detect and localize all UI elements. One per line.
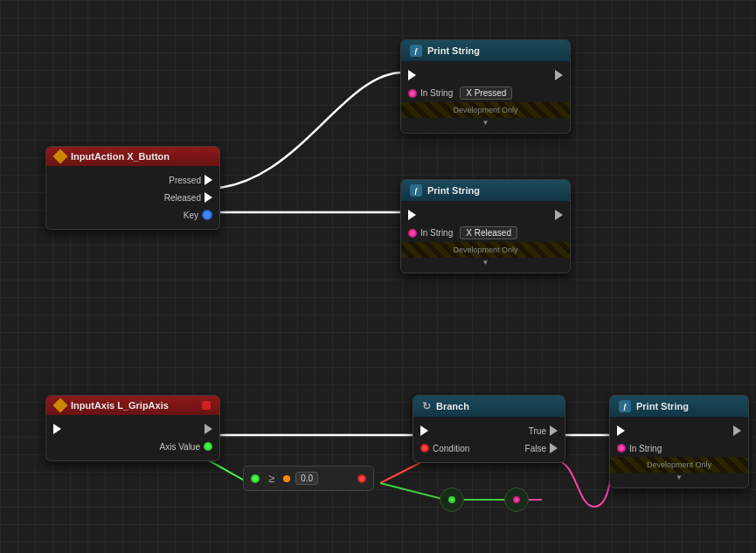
pressed-row: Pressed (46, 171, 219, 189)
ps3-devonly: Development Only (610, 457, 748, 473)
blend-green-pin[interactable] (448, 496, 455, 503)
print-string-3-node: f Print String In String Development Onl… (609, 395, 749, 488)
ps3-exec-in-pin[interactable] (617, 425, 625, 436)
released-row: Released (46, 189, 219, 206)
print-string-2-title: Print String (427, 185, 480, 196)
compare-row: ≥ 0.0 (251, 472, 366, 485)
axis-value-label: Axis Value (159, 442, 200, 452)
key-label: Key (184, 211, 198, 220)
print-string-1-node: f Print String In String X Pressed Devel… (400, 39, 571, 134)
ps2-chevron[interactable]: ▼ (401, 258, 570, 267)
released-pin[interactable] (205, 192, 212, 203)
print-string-3-body: In String Development Only ▼ (610, 417, 748, 487)
red-square-icon (202, 401, 211, 410)
ps3-exec-row (610, 422, 748, 439)
compare-node: ≥ 0.0 (243, 466, 374, 491)
key-pin[interactable] (202, 210, 212, 220)
branch-title: Branch (436, 401, 469, 411)
refresh-icon: ↻ (422, 400, 431, 412)
input-action-node: InputAction X_Button Pressed Released Ke… (45, 146, 220, 230)
axis-exec-row (46, 420, 219, 438)
compare-in1-pin[interactable] (251, 474, 260, 483)
input-axis-body: Axis Value (46, 415, 219, 460)
ps2-instring-row: In String X Released (401, 224, 570, 242)
branch-exec-row: True (413, 422, 565, 439)
ps1-instring-row: In String X Pressed (401, 84, 570, 102)
func-icon-1: f (410, 45, 422, 57)
input-action-header: InputAction X_Button (46, 147, 219, 166)
func-icon-2: f (410, 184, 422, 197)
print-string-1-body: In String X Pressed Development Only ▼ (401, 61, 570, 133)
print-string-2-node: f Print String In String X Released Deve… (400, 179, 571, 273)
branch-node: ↻ Branch True Condition False (413, 395, 565, 463)
branch-body: True Condition False (413, 417, 565, 462)
blend-pink-pin[interactable] (513, 496, 520, 503)
input-action-body: Pressed Released Key (46, 166, 219, 229)
compare-out-pin[interactable] (357, 474, 366, 483)
ps3-chevron[interactable]: ▼ (610, 473, 748, 482)
print-string-1-title: Print String (427, 45, 480, 56)
print-string-3-title: Print String (636, 401, 689, 411)
func-icon-3: f (619, 400, 631, 412)
ps1-instring-label: In String (420, 88, 453, 98)
input-axis-header: InputAxis L_GripAxis (46, 396, 219, 415)
blend-circle-node-2[interactable] (504, 487, 529, 512)
axis-exec-out-pin[interactable] (205, 424, 212, 434)
branch-true-label: True (529, 426, 546, 436)
print-string-2-header: f Print String (401, 180, 570, 201)
ps3-exec-out-pin[interactable] (733, 425, 741, 436)
branch-false-pin[interactable] (550, 443, 558, 453)
key-row: Key (46, 206, 219, 224)
branch-condition-pin[interactable] (420, 444, 429, 453)
print-string-1-header: f Print String (401, 40, 570, 61)
branch-header: ↻ Branch (413, 396, 565, 417)
input-action-title: InputAction X_Button (71, 151, 170, 162)
input-axis-title: InputAxis L_GripAxis (71, 400, 169, 411)
ps2-devonly: Development Only (401, 242, 570, 258)
ps1-exec-row (401, 66, 570, 84)
pressed-pin[interactable] (205, 175, 212, 185)
ps1-devonly: Development Only (401, 102, 570, 118)
branch-condition-label: Condition (433, 444, 469, 453)
ps3-instring-label: In String (629, 444, 662, 453)
ps1-exec-out-pin[interactable] (555, 70, 563, 80)
input-axis-node: InputAxis L_GripAxis Axis Value (45, 395, 220, 461)
print-string-3-header: f Print String (610, 396, 748, 417)
ps1-chevron[interactable]: ▼ (401, 118, 570, 128)
ps2-exec-in-pin[interactable] (408, 210, 416, 220)
diamond-icon-2 (53, 398, 68, 413)
branch-condition-row: Condition False (413, 439, 565, 457)
ps2-badge: X Released (460, 226, 517, 239)
ps1-exec-in-pin[interactable] (408, 70, 416, 80)
blend-circle-node[interactable] (440, 487, 464, 512)
compare-value: 0.0 (295, 472, 318, 485)
diamond-icon (53, 149, 68, 164)
print-string-2-body: In String X Released Development Only ▼ (401, 201, 570, 273)
released-label: Released (164, 193, 201, 203)
compare-in2-pin[interactable] (283, 475, 290, 482)
axis-exec-in-pin[interactable] (53, 424, 61, 434)
ps3-instring-pin[interactable] (617, 444, 626, 453)
ps2-exec-out-pin[interactable] (555, 210, 563, 220)
ps2-instring-pin[interactable] (408, 229, 417, 238)
branch-exec-in-pin[interactable] (420, 425, 428, 436)
ps2-instring-label: In String (420, 228, 453, 238)
ps2-exec-row (401, 206, 570, 224)
compare-operator: ≥ (268, 472, 274, 485)
axis-value-row: Axis Value (46, 438, 219, 455)
axis-value-pin[interactable] (204, 442, 212, 451)
ps1-badge: X Pressed (460, 86, 512, 100)
ps3-instring-row: In String (610, 439, 748, 457)
branch-false-label: False (525, 444, 546, 453)
branch-true-pin[interactable] (550, 425, 558, 436)
pressed-label: Pressed (169, 176, 201, 185)
ps1-instring-pin[interactable] (408, 89, 417, 98)
